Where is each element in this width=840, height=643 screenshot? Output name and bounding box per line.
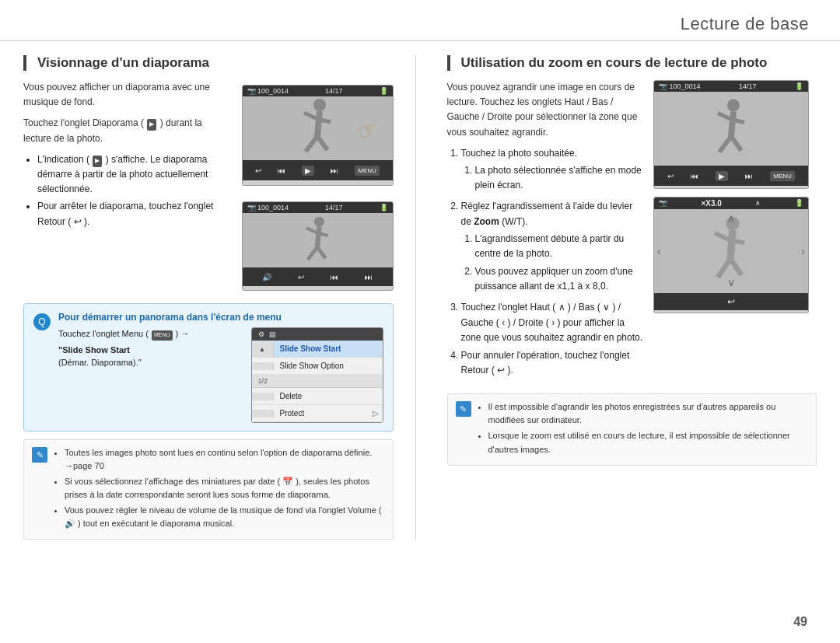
menu-row-1-left: ▲ (252, 341, 274, 357)
svg-line-17 (731, 137, 741, 151)
svg-line-22 (718, 259, 730, 278)
zoom-back-icon: ↩ (727, 296, 735, 307)
title-bar-decoration (23, 55, 26, 71)
blue-info-box: Q Pour démarrer un panorama dans l'écran… (23, 303, 394, 432)
menu-row-2-text: Slide Show Option (274, 358, 375, 374)
menu-page-indicator: 1/2 (252, 375, 383, 388)
ctrl-play-1: ▶ (302, 166, 314, 176)
right-step-2-b2: Vous pouvez appliquer un zoom d'une puis… (475, 264, 645, 294)
menu-row-3-text: Delete (274, 388, 375, 404)
nav-left: ‹ (657, 245, 661, 257)
camera-screen-1: 📷 100_0014 14/17 🔋 (242, 85, 394, 186)
header: Lecture de base (0, 0, 840, 41)
menu-row-3-left (252, 393, 274, 400)
menu-mock: ⚙▤ ▲ Slide Show Start Slide Show Option (251, 327, 383, 423)
camera-bottom-bar-2: 🔊 ↩ ⏮ ⏭ (243, 267, 393, 286)
page-title: Lecture de base (681, 14, 809, 33)
camera-right-image-1 (654, 92, 808, 166)
left-column: Visionnage d'un diaporama Vous pouvez af… (23, 55, 416, 540)
left-bullet-1: L'indication ( ▶ ) s'affiche. Le diapora… (37, 152, 233, 197)
svg-line-14 (718, 114, 731, 120)
ctrl-prev-1: ⏮ (278, 166, 285, 175)
menu-row-1-text: Slide Show Start (274, 341, 375, 357)
left-note-1: Toutes les images photo sont lues en con… (65, 446, 383, 473)
menu-row-2: Slide Show Option (252, 358, 383, 375)
menu-mock-header: ⚙▤ (252, 328, 383, 341)
menu-row-4-text: Protect (274, 405, 369, 421)
camera-right-top-2: 📷 ×X3.0 ∧ 🔋 (654, 197, 808, 209)
camera-bottom-bar-1: ↩ ⏮ ▶ ⏭ MENU (243, 160, 393, 180)
info-icon: Q (33, 313, 51, 330)
camera-folder-2: 📷 100_0014 (247, 204, 289, 211)
camera-right-image-2: ∧ ∨ ‹ › (654, 209, 808, 293)
camera-image-area-1: ☞ (243, 96, 393, 160)
right-step-1-b1: La photo sélectionnée s'affiche en mode … (475, 163, 645, 193)
menu-row-4-left (252, 410, 274, 418)
camera-right-bottom-1: ↩ ⏮ ▶ ⏭ MENU (654, 166, 808, 186)
menu-row-4: Protect ▷ (252, 405, 383, 422)
hand-pointer-1: ☞ (354, 115, 381, 146)
blue-box-text: Touchez l'onglet Menu ( MENU ) → "Slide … (58, 327, 242, 423)
right-numbered-list: Touchez la photo souhaitée. La photo sél… (461, 146, 645, 379)
left-note-2: Si vous sélectionnez l'affichage des min… (65, 475, 383, 501)
blue-box-inner: Touchez l'onglet Menu ( MENU ) → "Slide … (58, 327, 383, 423)
svg-line-10 (308, 246, 317, 259)
right-step-1-bullets: La photo sélectionnée s'affiche en mode … (475, 163, 645, 193)
right-step-2-b1: L'agrandissement débute à partir du cent… (475, 232, 645, 261)
note-icon-right: ✎ (456, 401, 471, 417)
vol-icon: 🔊 (262, 273, 271, 281)
right-step-2: Réglez l'agrandissement à l'aide du levi… (461, 199, 645, 294)
right-step-4: Pour annuler l'opération, touchez l'ongl… (461, 348, 645, 378)
figure-silhouette-r1 (704, 96, 758, 162)
right-main-content: Vous pouvez agrandir une image en cours … (447, 80, 817, 384)
right-note-2: Lorsque le zoom est utilisé en cours de … (488, 429, 807, 456)
right-text-content: Vous pouvez agrandir une image en cours … (447, 80, 645, 384)
right-screens-column: 📷 100_0014 14/17 🔋 (653, 80, 817, 384)
blue-box-content: Pour démarrer un panorama dans l'écran d… (58, 312, 383, 423)
nav-right: › (801, 245, 805, 257)
camera-right-top-1: 📷 100_0014 14/17 🔋 (654, 81, 808, 92)
ctrl-back-2: ↩ (298, 273, 304, 281)
left-section-title: Visionnage d'un diaporama (23, 55, 394, 71)
right-step-2-bullets: L'agrandissement débute à partir du cent… (475, 232, 645, 295)
svg-line-21 (730, 240, 744, 243)
left-bullets: L'indication ( ▶ ) s'affiche. Le diapora… (37, 152, 233, 229)
ctrl-prev-2: ⏮ (331, 273, 338, 281)
svg-line-4 (306, 136, 317, 152)
camera-image-area-2 (243, 213, 393, 267)
right-section-title: Utilisation du zoom en cours de lecture … (447, 55, 817, 71)
page: Lecture de base Visionnage d'un diaporam… (0, 0, 840, 643)
menu-row-4-arrow: ▷ (369, 409, 383, 418)
right-note-1: Il est impossible d'agrandir les photos … (488, 400, 807, 427)
svg-line-16 (719, 137, 731, 152)
blue-box-title: Pour démarrer un panorama dans l'écran d… (58, 312, 383, 323)
svg-line-13 (731, 112, 733, 137)
svg-point-6 (314, 216, 324, 226)
left-note-list: Toutes les images photo sont lues en con… (54, 446, 383, 533)
nav-up: ∧ (727, 212, 735, 225)
camera-counter-2: 14/17 (325, 204, 343, 211)
figure-silhouette-2 (294, 215, 341, 266)
camera-screen-2: 📷 100_0014 14/17 🔋 (242, 201, 394, 291)
ctrl-next-1: ⏭ (331, 166, 338, 175)
right-title-bar-decoration (447, 55, 450, 71)
camera-screen-right-2: 📷 ×X3.0 ∧ 🔋 (653, 197, 809, 313)
ctrl-next-2: ⏭ (365, 273, 373, 281)
menu-label-1: MENU (355, 166, 380, 176)
camera-folder-1: 📷 100_0014 (247, 87, 289, 95)
menu-row-3: Delete (252, 388, 383, 405)
svg-line-11 (317, 246, 326, 258)
left-para2: Touchez l'onglet Diaporama ( ▶︎ ) durant… (23, 116, 233, 145)
left-bullet-2: Pour arrêter le diaporama, touchez l'ong… (37, 199, 233, 229)
right-column: Utilisation du zoom en cours de lecture … (439, 55, 817, 540)
svg-line-8 (306, 228, 317, 233)
svg-line-20 (715, 232, 730, 240)
page-number: 49 (793, 615, 807, 629)
ctrl-back-1: ↩ (255, 166, 261, 175)
note-icon-left: ✎ (32, 447, 47, 463)
right-note-box: ✎ Il est impossible d'agrandir les photo… (447, 393, 817, 465)
camera-top-bar-2: 📷 100_0014 14/17 🔋 (243, 202, 393, 213)
svg-line-19 (730, 229, 733, 258)
left-para1: Vous pouvez afficher un diaporama avec u… (23, 80, 233, 110)
camera-icons-2: 🔋 (380, 204, 388, 211)
